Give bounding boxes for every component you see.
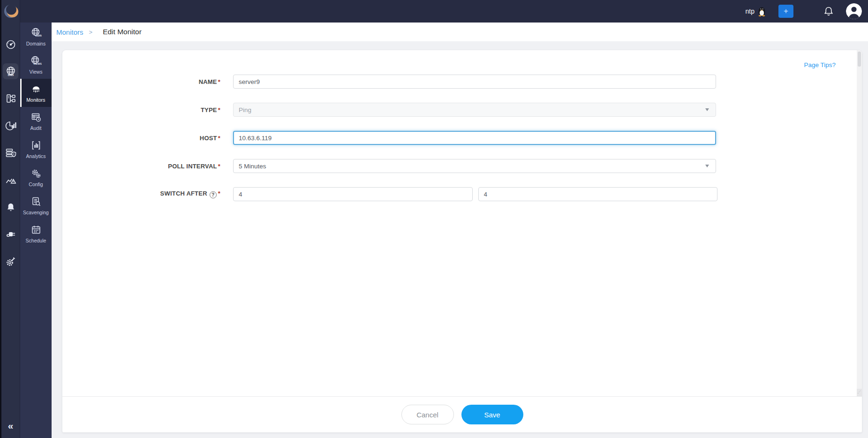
sidebar-item-scavenging[interactable]: Scavenging (20, 191, 52, 219)
topbar-right-cluster: ntp + (746, 0, 862, 23)
icon-rail: DNS (0, 0, 20, 438)
breadcrumb-link-monitors[interactable]: Monitors (56, 28, 83, 36)
sidebar-item-label: Config (29, 181, 43, 187)
collapse-sidebar-chevrons[interactable]: « (1, 420, 20, 431)
sidebar-item-label: Scavenging (23, 210, 49, 215)
edit-monitor-form-card: Page Tips? NAME* TYPE* Ping (62, 50, 862, 432)
form-row-poll-interval: POLL INTERVAL* 5 Minutes (62, 159, 862, 173)
required-asterisk: * (218, 106, 220, 113)
sidebar-item-label: Domains (26, 41, 45, 46)
help-icon[interactable]: ? (210, 191, 217, 198)
dns-globe-icon[interactable]: DNS (1, 66, 20, 77)
sidebar-item-analytics[interactable]: Analytics (20, 135, 52, 163)
required-asterisk: * (218, 190, 220, 197)
sidebar-item-label: Monitors (26, 97, 45, 103)
svg-text:com: com (35, 34, 42, 37)
name-label: NAME* (62, 78, 220, 85)
poll-interval-select[interactable]: 5 Minutes (233, 159, 716, 173)
form-row-type: TYPE* Ping (62, 103, 862, 117)
form-row-switch-after: SWITCH AFTER?* (62, 187, 862, 201)
name-input[interactable] (233, 75, 716, 89)
user-avatar[interactable] (846, 3, 862, 19)
side-navigation: com Domains VIEWS Views Monitors Audit (20, 23, 52, 438)
form-footer: Cancel Save (62, 396, 862, 432)
sidebar-item-domains[interactable]: com Domains (20, 23, 52, 51)
switch-after-label: SWITCH AFTER?* (62, 190, 220, 198)
page-tips-link[interactable]: Page Tips? (804, 61, 836, 68)
svg-text:DNS: DNS (8, 74, 14, 76)
sidebar-item-audit[interactable]: Audit (20, 107, 52, 135)
pie-report-icon[interactable] (1, 120, 20, 131)
form-row-host: HOST* (62, 131, 862, 145)
required-asterisk: * (218, 135, 220, 142)
sidebar-item-label: Analytics (26, 153, 45, 159)
host-label: HOST* (62, 135, 220, 142)
breadcrumb: Monitors > Edit Monitor (52, 23, 868, 41)
host-input[interactable] (233, 131, 716, 145)
server-security-icon[interactable] (1, 147, 20, 159)
add-button[interactable]: + (778, 5, 793, 18)
form-row-name: NAME* (62, 75, 862, 89)
main-content: Monitors > Edit Monitor Page Tips? NAME*… (52, 23, 868, 438)
integrations-plug-icon[interactable] (1, 229, 20, 240)
chevron-down-icon (705, 108, 709, 111)
sidebar-item-monitors[interactable]: Monitors (20, 79, 52, 107)
gauge-dashboard-icon[interactable] (1, 38, 20, 50)
cancel-button[interactable]: Cancel (401, 405, 454, 424)
sidebar-item-views[interactable]: VIEWS Views (20, 51, 52, 79)
sidebar-item-label: Views (30, 69, 43, 75)
required-asterisk: * (218, 163, 220, 170)
sidebar-item-config[interactable]: Config (20, 163, 52, 191)
type-select: Ping (233, 103, 716, 117)
scrollbar-thumb[interactable] (858, 52, 861, 67)
scrollbar-grip[interactable]: ⋰ (857, 389, 862, 396)
sidebar-item-schedule[interactable]: Schedule (20, 219, 52, 248)
sidebar-item-label: Audit (30, 125, 42, 131)
save-button[interactable]: Save (461, 405, 523, 424)
svg-text:VIEWS: VIEWS (33, 62, 41, 65)
breadcrumb-separator: > (89, 29, 93, 36)
page-title: Edit Monitor (103, 28, 142, 36)
notifications-bell-icon[interactable] (823, 6, 834, 17)
tux-penguin-icon (757, 6, 766, 16)
settings-gear-wrench-icon[interactable] (1, 256, 20, 267)
switch-after-input-1[interactable] (233, 187, 473, 201)
vertical-scrollbar[interactable] (857, 50, 862, 389)
top-bar: ntp + (0, 0, 868, 23)
alerts-bell-icon[interactable] (1, 202, 20, 213)
sidebar-item-label: Schedule (26, 238, 46, 243)
chevron-down-icon (705, 165, 709, 167)
rail-icon-list: DNS (1, 23, 20, 267)
required-asterisk: * (218, 78, 220, 85)
sitemap-icon[interactable] (1, 93, 20, 104)
type-label: TYPE* (62, 106, 220, 113)
app-logo[interactable] (1, 0, 20, 23)
switch-after-input-2[interactable] (478, 187, 718, 201)
environment-label: ntp (746, 8, 755, 15)
chart-alert-icon[interactable] (1, 174, 20, 186)
form-area: Page Tips? NAME* TYPE* Ping (62, 50, 862, 396)
poll-interval-label: POLL INTERVAL* (62, 163, 220, 170)
